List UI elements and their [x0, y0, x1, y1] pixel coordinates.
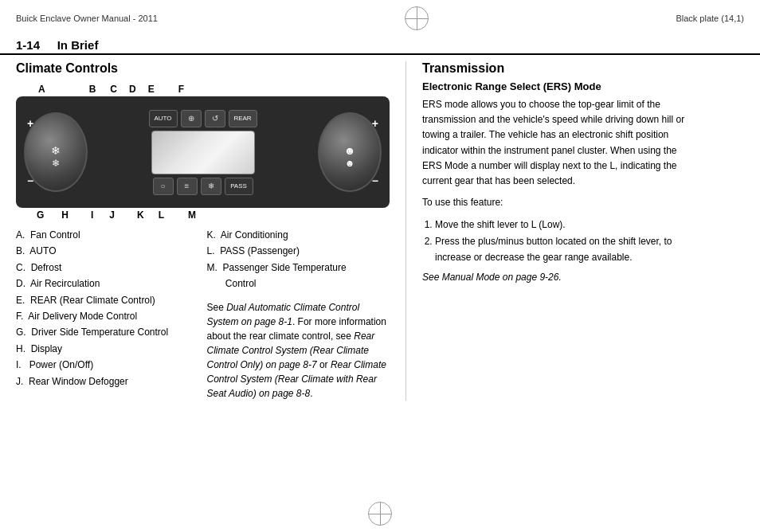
lists-container: A. Fan Control B. AUTO C. Defrost D. Air… — [16, 227, 390, 401]
center-controls: AUTO ⊕ ↺ REAR ○ ≡ ❄ PASS — [92, 110, 313, 195]
label-d: D — [129, 84, 136, 95]
main-content: Climate Controls A B C D E F + − ❄ ❄ — [0, 61, 760, 401]
power-button[interactable]: ○ — [153, 178, 174, 195]
list-item-f: F. Air Delivery Mode Control — [16, 308, 199, 324]
list-item-a: A. Fan Control — [16, 227, 199, 243]
fan-control-knob[interactable]: + − ❄ ❄ — [24, 112, 88, 192]
section-title: In Brief — [57, 38, 99, 52]
right-column: Transmission Electronic Range Select (ER… — [406, 61, 685, 401]
list-item-h: H. Display — [16, 341, 199, 357]
passenger-temp-knob[interactable]: + − ☻ ☻ — [318, 112, 382, 192]
steps-list: Move the shift lever to L (Low). Press t… — [435, 217, 685, 265]
label-e: E — [148, 84, 155, 95]
list-item-d: D. Air Recirculation — [16, 276, 199, 291]
ers-body: ERS mode allows you to choose the top-ge… — [422, 97, 685, 189]
label-i: I — [91, 209, 93, 221]
recirculation-button[interactable]: ↺ — [205, 110, 225, 127]
diagram-top-labels: A B C D E F — [16, 84, 390, 96]
fan-icon2: ❄ — [52, 158, 60, 169]
list-item-j: J. Rear Window Defogger — [16, 374, 199, 389]
label-j: J — [109, 209, 115, 221]
to-use-text: To use this feature: — [422, 195, 685, 210]
climate-diagram: A B C D E F + − ❄ ❄ AUTO — [16, 84, 390, 221]
transmission-title: Transmission — [422, 61, 685, 76]
list-item-m: M. Passenger Side Temperature Control — [207, 260, 390, 292]
pass-button[interactable]: PASS — [225, 178, 253, 195]
section-title-bar: 1-14 In Brief — [0, 33, 760, 55]
climate-panel: + − ❄ ❄ AUTO ⊕ ↺ REAR ○ ≡ — [16, 96, 390, 208]
list-item-i: I. Power (On/Off) — [16, 357, 199, 373]
list-right: K. Air Conditioning L. PASS (Passenger) … — [207, 227, 390, 401]
defogger-button[interactable]: ≡ — [177, 178, 198, 195]
list-item-g: G. Driver Side Temperature Control — [16, 324, 199, 340]
header-crosshair — [405, 6, 429, 30]
list-item-b: B. AUTO — [16, 243, 199, 259]
right-knob-icon2: ☻ — [345, 158, 355, 169]
see-manual: See Manual Mode on page 9-26. — [422, 272, 685, 283]
page-header: Buick Enclave Owner Manual - 2011 Black … — [0, 0, 760, 33]
list-item-k: K. Air Conditioning — [207, 227, 390, 243]
climate-title: Climate Controls — [16, 61, 390, 76]
right-knob-icon: ☻ — [344, 144, 356, 157]
label-f: F — [178, 84, 184, 95]
knob-plus-icon: + — [27, 117, 33, 130]
section-number: 1-14 — [16, 38, 40, 52]
label-c: C — [110, 84, 117, 95]
top-btn-row: AUTO ⊕ ↺ REAR — [149, 110, 257, 127]
label-h: H — [61, 209, 69, 221]
knob-minus-icon: − — [27, 174, 33, 187]
rear-button[interactable]: REAR — [229, 110, 257, 127]
diagram-bottom-labels: G H I J K L M — [16, 208, 390, 221]
right-knob-plus-icon: + — [372, 117, 378, 130]
label-a: A — [38, 84, 45, 95]
step-2: Press the plus/minus button located on t… — [435, 233, 685, 266]
label-k: K — [137, 209, 144, 221]
ers-subtitle: Electronic Range Select (ERS) Mode — [422, 80, 685, 92]
list-item-l: L. PASS (Passenger) — [207, 243, 390, 259]
list-left: A. Fan Control B. AUTO C. Defrost D. Air… — [16, 227, 199, 401]
see-text: See Dual Automatic Climate Control Syste… — [207, 300, 390, 401]
auto-button[interactable]: AUTO — [149, 110, 178, 127]
list-item-e: E. REAR (Rear Climate Control) — [16, 292, 199, 308]
header-left: Buick Enclave Owner Manual - 2011 — [16, 14, 158, 23]
globe-button[interactable]: ⊕ — [181, 110, 202, 127]
bottom-btn-row: ○ ≡ ❄ PASS — [153, 178, 253, 195]
display-screen — [151, 131, 255, 174]
footer-crosshair — [368, 502, 392, 526]
left-column: Climate Controls A B C D E F + − ❄ ❄ — [16, 61, 406, 401]
step-1: Move the shift lever to L (Low). — [435, 217, 685, 233]
fan-icon: ❄ — [51, 144, 61, 157]
label-b: B — [89, 84, 96, 95]
label-l: L — [159, 209, 164, 221]
airflow-button[interactable]: ❄ — [201, 178, 221, 195]
header-right: Black plate (14,1) — [676, 14, 744, 23]
list-item-c: C. Defrost — [16, 260, 199, 276]
label-g: G — [37, 209, 44, 221]
right-knob-minus-icon: − — [372, 174, 378, 187]
label-m: M — [188, 209, 196, 221]
